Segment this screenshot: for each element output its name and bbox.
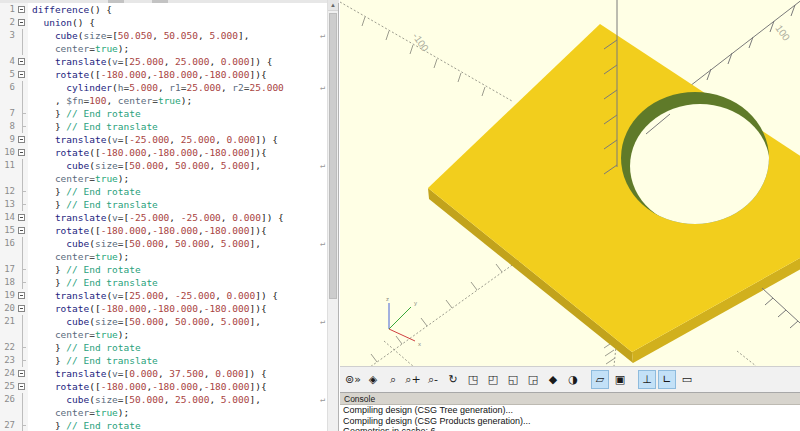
fold-marker xyxy=(17,276,28,289)
code-line[interactable]: 6 cylinder(h=5.000, r1=25.000, r2=25.000… xyxy=(0,81,327,94)
code-text: } // End rotate xyxy=(28,263,141,276)
zoom-to-fit-icon[interactable]: ⌕ xyxy=(384,370,402,389)
code-text: } // End rotate xyxy=(28,419,141,431)
code-text: } // End translate xyxy=(28,198,158,211)
zoom-in-icon[interactable]: ⌕+ xyxy=(404,370,422,389)
code-line[interactable]: 26 cube(size=[50.000, 25.000, 5.000],↵ xyxy=(0,393,327,406)
show-crosshairs-icon[interactable]: ⊥ xyxy=(638,370,656,389)
fold-marker xyxy=(17,198,28,211)
editor-scrollbar[interactable]: ▲ xyxy=(327,0,338,431)
fold-marker[interactable] xyxy=(17,224,28,237)
code-line[interactable]: 19 translate(v=[25.000, -25.000, 0.000])… xyxy=(0,289,327,302)
code-line[interactable]: center=true); xyxy=(0,42,327,55)
code-line[interactable]: 13 } // End translate xyxy=(0,198,327,211)
code-line[interactable]: 1difference() { xyxy=(0,3,327,16)
code-line[interactable]: 20 rotate([-180.000,-180.000,-180.000]){ xyxy=(0,302,327,315)
line-number: 2 xyxy=(0,16,17,29)
code-line[interactable]: 24 translate(v=[0.000, 37.500, 0.000]) { xyxy=(0,367,327,380)
code-line[interactable]: 17 } // End rotate xyxy=(0,263,327,276)
line-number: 21 xyxy=(0,315,17,328)
view-gizmo-icon[interactable]: ▭ xyxy=(678,370,696,389)
scrollbar-thumb[interactable] xyxy=(329,13,337,299)
fold-marker xyxy=(17,328,28,341)
line-number: 9 xyxy=(0,133,17,146)
code-line[interactable]: 25 rotate([-180.000,-180.000,-180.000]){ xyxy=(0,380,327,393)
code-line[interactable]: 14 translate(v=[-25.000, -25.000, 0.000]… xyxy=(0,211,327,224)
fold-marker[interactable] xyxy=(17,3,28,16)
zoom-out-icon[interactable]: ⌕- xyxy=(424,370,442,389)
fold-marker[interactable] xyxy=(17,16,28,29)
code-line[interactable]: 22 } // End rotate xyxy=(0,341,327,354)
code-line[interactable]: 12 } // End rotate xyxy=(0,185,327,198)
fold-marker[interactable] xyxy=(17,289,28,302)
code-line[interactable]: 27 } // End rotate xyxy=(0,419,327,431)
code-line[interactable]: 16 cube(size=[50.000, 50.000, 5.000],↵ xyxy=(0,237,327,250)
code-text: translate(v=[25.000, -25.000, 0.000]) { xyxy=(28,289,278,302)
code-line[interactable]: 23 } // End translate xyxy=(0,354,327,367)
code-line[interactable]: 11 cube(size=[50.000, 50.000, 5.000],↵ xyxy=(0,159,327,172)
view-back-icon[interactable]: ◑ xyxy=(564,370,582,389)
code-rows[interactable]: 1difference() {2 union() {3 cube(size=[5… xyxy=(0,3,327,431)
render-canvas[interactable]: -100 100 z y x xyxy=(340,0,800,366)
line-number: 3 xyxy=(0,29,17,42)
fold-marker xyxy=(17,107,28,120)
code-line[interactable]: 18 } // End translate xyxy=(0,276,327,289)
fold-marker[interactable] xyxy=(17,367,28,380)
line-wrap-icon: ↵ xyxy=(320,160,325,171)
code-line[interactable]: center=true); xyxy=(0,406,327,419)
code-line[interactable]: 4 translate(v=[25.000, 25.000, 0.000]) { xyxy=(0,55,327,68)
fold-marker[interactable] xyxy=(17,302,28,315)
reset-view-icon[interactable]: ↻ xyxy=(444,370,462,389)
code-text: translate(v=[-25.000, 25.000, 0.000]) { xyxy=(28,133,278,146)
fold-marker xyxy=(17,172,28,185)
fold-marker xyxy=(17,185,28,198)
console-panel: Console Compiling design (CSG Tree gener… xyxy=(340,392,800,431)
fold-marker[interactable] xyxy=(17,380,28,393)
fold-marker xyxy=(17,81,28,94)
show-scale-markers-icon[interactable]: ∟ xyxy=(658,370,676,389)
fold-marker xyxy=(17,120,28,133)
code-text: cylinder(h=5.000, r1=25.000, r2=25.000 xyxy=(28,81,284,94)
fold-marker[interactable] xyxy=(17,146,28,159)
viewport-cube-icon[interactable]: ◈ xyxy=(364,370,382,389)
code-line[interactable]: 8 } // End translate xyxy=(0,120,327,133)
code-text: } // End translate xyxy=(28,276,158,289)
fold-marker[interactable] xyxy=(17,68,28,81)
view-right-icon[interactable]: ◳ xyxy=(464,370,482,389)
code-line[interactable]: 21 cube(size=[50.000, 50.000, 5.000],↵ xyxy=(0,315,327,328)
line-wrap-icon: ↵ xyxy=(320,82,325,93)
code-text: cube(size=[50.050, 50.050, 5.000], xyxy=(28,29,249,42)
scroll-up-icon[interactable]: ▲ xyxy=(328,0,338,11)
code-line[interactable]: 10 rotate([-180.000,-180.000,-180.000]){ xyxy=(0,146,327,159)
fold-marker[interactable] xyxy=(17,133,28,146)
fold-marker xyxy=(17,341,28,354)
code-line[interactable]: center=true); xyxy=(0,250,327,263)
code-line[interactable]: 2 union() { xyxy=(0,16,327,29)
view-front-icon[interactable]: ◆ xyxy=(544,370,562,389)
fold-marker[interactable] xyxy=(17,211,28,224)
code-line[interactable]: 3 cube(size=[50.050, 50.050, 5.000],↵ xyxy=(0,29,327,42)
code-line[interactable]: 7 } // End rotate xyxy=(0,107,327,120)
fold-marker[interactable] xyxy=(17,55,28,68)
perspective-icon[interactable]: ▱ xyxy=(591,370,609,389)
code-line[interactable]: 15 rotate([-180.000,-180.000,-180.000]){ xyxy=(0,224,327,237)
code-text: } // End rotate xyxy=(28,107,141,120)
view-bottom-icon[interactable]: ◱ xyxy=(504,370,522,389)
console-message: Geometries in cache: 6 xyxy=(340,426,800,431)
line-number: 13 xyxy=(0,198,17,211)
code-line[interactable]: 9 translate(v=[-25.000, 25.000, 0.000]) … xyxy=(0,133,327,146)
viewport-3d[interactable]: -100 100 z y x xyxy=(340,0,800,366)
code-line[interactable]: , $fn=100, center=true); xyxy=(0,94,327,107)
view-all-icon[interactable]: ⊚» xyxy=(344,370,362,389)
fold-marker xyxy=(17,315,28,328)
code-text: } // End rotate xyxy=(28,341,141,354)
view-left-icon[interactable]: ◲ xyxy=(524,370,542,389)
code-line[interactable]: center=true); xyxy=(0,328,327,341)
view-top-icon[interactable]: ◰ xyxy=(484,370,502,389)
orthogonal-icon[interactable]: ▣ xyxy=(611,370,629,389)
code-line[interactable]: 5 rotate([-180.000,-180.000,-180.000]){ xyxy=(0,68,327,81)
code-editor[interactable]: 1difference() {2 union() {3 cube(size=[5… xyxy=(0,0,339,431)
line-number: 12 xyxy=(0,185,17,198)
code-line[interactable]: center=true); xyxy=(0,172,327,185)
line-number: 1 xyxy=(0,3,17,16)
